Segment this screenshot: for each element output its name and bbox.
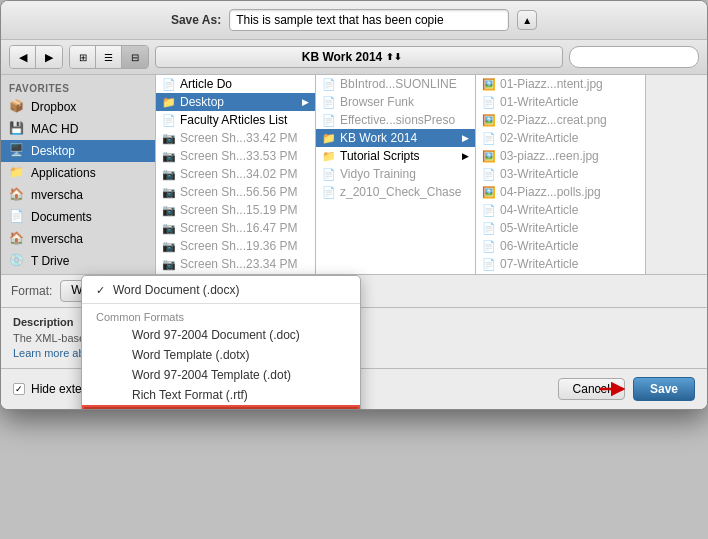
folder-icon: 📁 — [322, 132, 336, 145]
list-item[interactable]: 📷 Screen Sh...19.36 PM — [156, 237, 315, 255]
list-item[interactable]: 📄 03-WriteArticle — [476, 165, 645, 183]
column-view-button[interactable]: ⊟ — [122, 46, 148, 68]
option-label: Word 97-2004 Document (.doc) — [132, 328, 300, 342]
item-label: 04-WriteArticle — [500, 203, 578, 217]
sidebar-item-documents[interactable]: 📄 Documents — [1, 206, 155, 228]
item-label: 01-Piazz...ntent.jpg — [500, 77, 603, 91]
file-icon: 📄 — [482, 96, 496, 109]
list-item[interactable]: 📷 Screen Sh...56.56 PM — [156, 183, 315, 201]
sidebar-item-dropbox[interactable]: 📦 Dropbox — [1, 96, 155, 118]
list-item[interactable]: 📄 01-WriteArticle — [476, 93, 645, 111]
sidebar-item-mverscha2[interactable]: 🏠 mverscha — [1, 228, 155, 250]
view-group: ⊞ ☰ ⊟ — [69, 45, 149, 69]
sidebar-item-applications[interactable]: 📁 Applications — [1, 162, 155, 184]
file-icon: 🖼️ — [482, 150, 496, 163]
format-option-docx[interactable]: Word Document (.docx) — [82, 280, 360, 300]
list-item[interactable]: 🖼️ 03-piazz...reen.jpg — [476, 147, 645, 165]
list-item[interactable]: 📷 Screen Sh...23.34 PM — [156, 255, 315, 273]
list-item[interactable]: 📷 Screen Sh...33.53 PM — [156, 147, 315, 165]
save-as-label: Save As: — [171, 13, 221, 27]
list-item[interactable]: 📄 BbIntrod...SUONLINE — [316, 75, 475, 93]
list-item[interactable]: 📄 Faculty ARticles List — [156, 111, 315, 129]
icon-view-button[interactable]: ⊞ — [70, 46, 96, 68]
sidebar: FAVORITES 📦 Dropbox 💾 MAC HD 🖥️ Desktop … — [1, 75, 156, 274]
item-label: Faculty ARticles List — [180, 113, 287, 127]
expand-button[interactable]: ▲ — [517, 10, 537, 30]
format-option-dot[interactable]: Word 97-2004 Template (.dot) — [82, 365, 360, 385]
sidebar-item-label: Desktop — [31, 144, 75, 158]
documents-icon: 📄 — [9, 209, 25, 225]
list-item[interactable]: 📄 06-WriteArticle — [476, 237, 645, 255]
list-item[interactable]: 📁 Desktop ▶ — [156, 93, 315, 111]
list-item[interactable]: 🖼️ 04-Piazz...polls.jpg — [476, 183, 645, 201]
list-item[interactable]: 📁 KB Work 2014 ▶ — [316, 129, 475, 147]
sidebar-item-label: mverscha — [31, 188, 83, 202]
list-item[interactable]: 📷 Screen Sh...33.42 PM — [156, 129, 315, 147]
file-icon: 📷 — [162, 168, 176, 181]
list-item[interactable]: 📄 02-WriteArticle — [476, 129, 645, 147]
home-icon: 🏠 — [9, 187, 25, 203]
title-bar: Save As: ▲ — [1, 1, 707, 40]
item-label: Screen Sh...34.02 PM — [180, 167, 297, 181]
option-label: Word 97-2004 Template (.dot) — [132, 368, 291, 382]
sidebar-item-label: Dropbox — [31, 100, 76, 114]
file-icon: 📷 — [162, 258, 176, 271]
tdrive-icon: 💿 — [9, 253, 25, 269]
save-button[interactable]: Save — [633, 377, 695, 401]
list-item[interactable]: 📷 Screen Sh...15.19 PM — [156, 201, 315, 219]
sidebar-item-mverscha1[interactable]: 🏠 mverscha — [1, 184, 155, 206]
applications-icon: 📁 — [9, 165, 25, 181]
toolbar: ◀ ▶ ⊞ ☰ ⊟ KB Work 2014 ⬆⬇ — [1, 40, 707, 75]
file-icon: 📷 — [162, 132, 176, 145]
item-label: Screen Sh...16.47 PM — [180, 221, 297, 235]
list-item[interactable]: 📄 05-WriteArticle — [476, 219, 645, 237]
save-dialog: Save As: ▲ ◀ ▶ ⊞ ☰ ⊟ KB Work 2014 ⬆⬇ FAV… — [0, 0, 708, 410]
format-option-rtf[interactable]: Rich Text Format (.rtf) — [82, 385, 360, 405]
arrow-icon: ▶ — [462, 151, 469, 161]
list-item[interactable]: 📄 Browser Funk — [316, 93, 475, 111]
home-icon2: 🏠 — [9, 231, 25, 247]
format-option-dotx[interactable]: Word Template (.dotx) — [82, 345, 360, 365]
location-dropdown[interactable]: KB Work 2014 ⬆⬇ — [155, 46, 563, 68]
option-label: Word Document (.docx) — [113, 283, 240, 297]
file-browser: FAVORITES 📦 Dropbox 💾 MAC HD 🖥️ Desktop … — [1, 75, 707, 275]
back-button[interactable]: ◀ — [10, 46, 36, 68]
list-item[interactable]: 📁 Tutorial Scripts ▶ — [316, 147, 475, 165]
divider — [82, 303, 360, 304]
file-icon: 📄 — [162, 78, 176, 91]
list-item[interactable]: 🖼️ 01-Piazz...ntent.jpg — [476, 75, 645, 93]
item-label: Vidyo Training — [340, 167, 416, 181]
sidebar-item-tdrive[interactable]: 💿 T Drive — [1, 250, 155, 272]
search-input[interactable] — [569, 46, 699, 68]
item-label: Screen Sh...19.36 PM — [180, 239, 297, 253]
item-label: Desktop — [180, 95, 224, 109]
item-label: Screen Sh...56.56 PM — [180, 185, 297, 199]
file-icon: 📷 — [162, 222, 176, 235]
common-formats-label: Common Formats — [82, 307, 360, 325]
arrow-icon: ▶ — [302, 97, 309, 107]
list-item[interactable]: 📄 07-WriteArticle — [476, 255, 645, 273]
item-label: Article Do — [180, 77, 232, 91]
filename-input[interactable] — [229, 9, 509, 31]
list-view-button[interactable]: ☰ — [96, 46, 122, 68]
forward-button[interactable]: ▶ — [36, 46, 62, 68]
format-dropdown-menu: Word Document (.docx) Common Formats Wor… — [81, 275, 361, 410]
file-icon: 📄 — [322, 78, 336, 91]
sidebar-item-desktop[interactable]: 🖥️ Desktop — [1, 140, 155, 162]
format-option-doc[interactable]: Word 97-2004 Document (.doc) — [82, 325, 360, 345]
list-item[interactable]: 📄 z_2010_Check_Chase — [316, 183, 475, 201]
file-icon: 📄 — [482, 132, 496, 145]
item-label: 04-Piazz...polls.jpg — [500, 185, 601, 199]
list-item[interactable]: 📄 Effective...sionsPreso — [316, 111, 475, 129]
list-item[interactable]: 📷 Screen Sh...34.02 PM — [156, 165, 315, 183]
list-item[interactable]: 🖼️ 02-Piazz...creat.png — [476, 111, 645, 129]
item-label: 03-WriteArticle — [500, 167, 578, 181]
list-item[interactable]: 📄 Article Do — [156, 75, 315, 93]
list-item[interactable]: 📷 Screen Sh...16.47 PM — [156, 219, 315, 237]
file-icon: 📄 — [322, 114, 336, 127]
hide-extension-checkbox[interactable]: ✓ — [13, 383, 25, 395]
list-item[interactable]: 📄 04-WriteArticle — [476, 201, 645, 219]
list-item[interactable]: 📄 Vidyo Training — [316, 165, 475, 183]
format-option-txt[interactable]: Plain Text (.txt) — [82, 405, 360, 410]
sidebar-item-machd[interactable]: 💾 MAC HD — [1, 118, 155, 140]
